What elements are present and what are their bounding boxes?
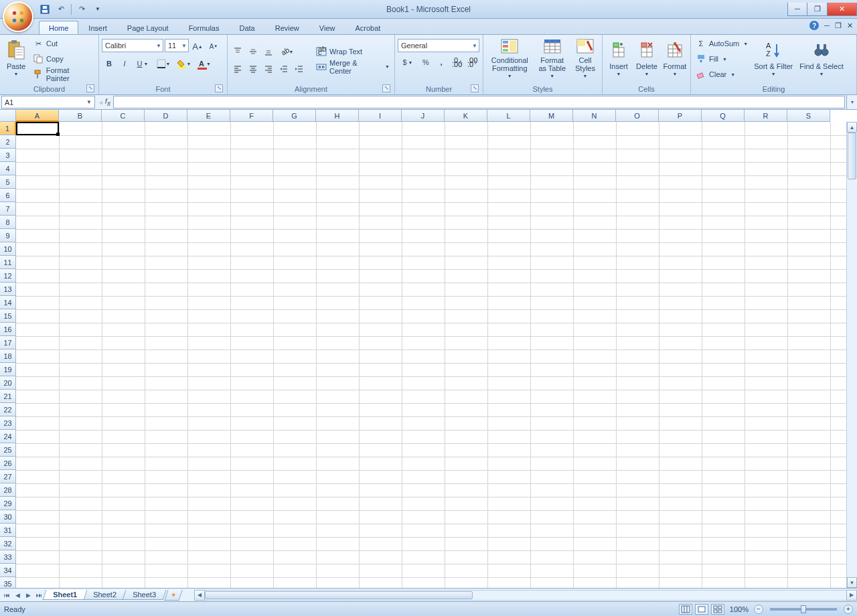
row-header[interactable]: 15 xyxy=(0,309,16,323)
row-header[interactable]: 9 xyxy=(0,229,16,242)
column-header[interactable]: R xyxy=(745,110,787,122)
align-center-button[interactable] xyxy=(246,62,260,76)
maximize-button[interactable]: ❐ xyxy=(807,3,828,16)
prev-sheet-icon[interactable]: ◀ xyxy=(12,590,23,601)
cells-area[interactable] xyxy=(16,122,846,588)
number-launcher[interactable]: ⤡ xyxy=(471,84,479,92)
alignment-launcher[interactable]: ⤡ xyxy=(382,84,390,92)
column-header[interactable]: C xyxy=(102,110,145,122)
paste-button[interactable]: Paste▼ xyxy=(3,36,29,82)
page-break-view-button[interactable] xyxy=(711,604,724,615)
row-header[interactable]: 35 xyxy=(0,577,16,588)
accounting-format-button[interactable]: $▼ xyxy=(398,55,418,70)
increase-indent-button[interactable] xyxy=(292,62,307,76)
new-sheet-button[interactable]: ✶ xyxy=(164,590,182,601)
fill-color-button[interactable]: ▼ xyxy=(174,56,194,71)
column-header[interactable]: E xyxy=(187,110,230,122)
grow-font-button[interactable]: A▲ xyxy=(190,39,205,54)
font-size-combo[interactable]: 11▼ xyxy=(165,39,189,52)
row-header[interactable]: 22 xyxy=(0,403,16,416)
row-header[interactable]: 32 xyxy=(0,537,16,550)
column-header[interactable]: F xyxy=(230,110,273,122)
column-header[interactable]: K xyxy=(445,110,487,122)
scroll-right-icon[interactable]: ▶ xyxy=(846,590,857,601)
align-middle-button[interactable] xyxy=(246,44,260,59)
align-left-button[interactable] xyxy=(230,62,245,76)
cancel-formula-icon[interactable]: ● xyxy=(99,98,104,106)
ribbon-tab-view[interactable]: View xyxy=(309,21,345,34)
row-header[interactable]: 2 xyxy=(0,135,16,149)
row-header[interactable]: 7 xyxy=(0,202,16,216)
delete-cells-button[interactable]: Delete▼ xyxy=(633,36,660,82)
formula-input[interactable] xyxy=(113,96,845,108)
minimize-ribbon-icon[interactable]: ─ xyxy=(824,21,830,29)
italic-button[interactable]: I xyxy=(117,56,132,71)
ribbon-tab-insert[interactable]: Insert xyxy=(78,21,117,34)
row-header[interactable]: 27 xyxy=(0,470,16,483)
align-right-button[interactable] xyxy=(261,62,276,76)
column-header[interactable]: P xyxy=(659,110,702,122)
page-layout-view-button[interactable] xyxy=(695,604,708,615)
row-header[interactable]: 21 xyxy=(0,390,16,403)
format-as-table-button[interactable]: Format as Table▼ xyxy=(535,36,570,82)
undo-icon[interactable]: ↶ xyxy=(55,3,67,15)
insert-cells-button[interactable]: Insert▼ xyxy=(605,36,632,82)
ribbon-tab-home[interactable]: Home xyxy=(39,21,78,34)
row-header[interactable]: 11 xyxy=(0,256,16,269)
fill-button[interactable]: Fill▼ xyxy=(694,52,750,66)
row-header[interactable]: 20 xyxy=(0,376,16,390)
ribbon-tab-acrobat[interactable]: Acrobat xyxy=(345,21,390,34)
autosum-button[interactable]: ΣAutoSum▼ xyxy=(694,37,750,51)
scroll-left-icon[interactable]: ◀ xyxy=(194,590,205,601)
bold-button[interactable]: B xyxy=(102,56,116,71)
row-header[interactable]: 28 xyxy=(0,483,16,497)
increase-decimal-button[interactable]: .0.00 xyxy=(449,55,464,70)
row-header[interactable]: 34 xyxy=(0,564,16,577)
next-sheet-icon[interactable]: ▶ xyxy=(23,590,33,601)
underline-button[interactable]: U▼ xyxy=(133,56,153,71)
row-header[interactable]: 29 xyxy=(0,497,16,510)
row-header[interactable]: 24 xyxy=(0,430,16,443)
clipboard-launcher[interactable]: ⤡ xyxy=(86,84,94,92)
clear-button[interactable]: Clear▼ xyxy=(694,68,750,82)
column-header[interactable]: M xyxy=(530,110,573,122)
row-header[interactable]: 3 xyxy=(0,149,16,162)
fx-icon[interactable]: fx xyxy=(105,97,111,107)
row-header[interactable]: 1 xyxy=(0,122,16,135)
restore-window-icon[interactable]: ❐ xyxy=(835,21,842,30)
column-header[interactable]: J xyxy=(402,110,445,122)
zoom-slider[interactable] xyxy=(770,608,837,611)
row-header[interactable]: 14 xyxy=(0,296,16,309)
number-format-combo[interactable]: General▼ xyxy=(398,39,479,52)
align-top-button[interactable] xyxy=(230,44,245,59)
copy-button[interactable]: Copy xyxy=(31,52,96,66)
column-header[interactable]: I xyxy=(359,110,402,122)
sheet-tab[interactable]: Sheet3 xyxy=(123,590,167,600)
zoom-out-button[interactable]: − xyxy=(754,605,763,614)
row-header[interactable]: 19 xyxy=(0,363,16,376)
comma-button[interactable]: , xyxy=(434,55,449,70)
active-cell[interactable] xyxy=(16,122,59,135)
row-header[interactable]: 4 xyxy=(0,162,16,175)
row-header[interactable]: 31 xyxy=(0,524,16,537)
expand-formula-bar[interactable]: ▾ xyxy=(846,95,857,109)
first-sheet-icon[interactable]: ⏮ xyxy=(1,590,12,601)
column-header[interactable]: Q xyxy=(702,110,745,122)
wrap-text-button[interactable]: abcWrap Text xyxy=(314,44,392,58)
minimize-button[interactable]: ─ xyxy=(787,3,807,16)
close-workbook-icon[interactable]: ✕ xyxy=(847,21,853,30)
column-header[interactable]: A xyxy=(16,110,59,122)
redo-icon[interactable]: ↷ xyxy=(76,3,88,15)
row-header[interactable]: 12 xyxy=(0,269,16,283)
scroll-down-icon[interactable]: ▼ xyxy=(847,577,857,588)
shrink-font-button[interactable]: A▼ xyxy=(206,39,221,54)
save-icon[interactable] xyxy=(39,3,51,15)
select-all-corner[interactable] xyxy=(0,110,16,122)
column-header[interactable]: L xyxy=(487,110,530,122)
row-header[interactable]: 16 xyxy=(0,323,16,336)
decrease-indent-button[interactable] xyxy=(277,62,291,76)
sort-filter-button[interactable]: AZSort & Filter▼ xyxy=(751,36,795,82)
vscroll-thumb[interactable] xyxy=(848,133,856,179)
horizontal-scrollbar[interactable]: ◀ ▶ xyxy=(194,590,857,601)
column-header[interactable]: H xyxy=(316,110,359,122)
